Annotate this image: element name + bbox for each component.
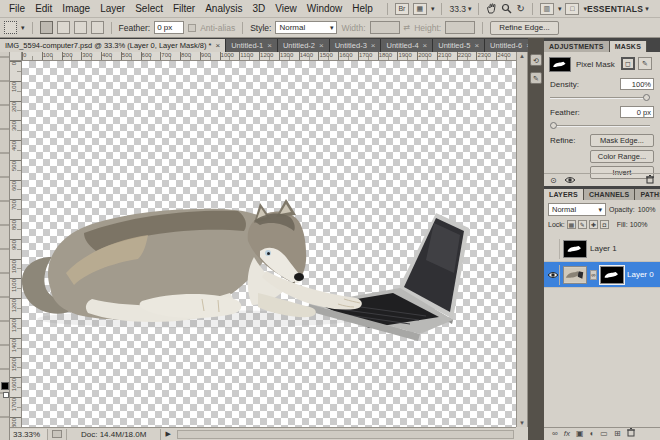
- close-icon[interactable]: ×: [474, 41, 479, 50]
- tools-panel-strip[interactable]: [0, 52, 10, 440]
- close-icon[interactable]: ×: [215, 41, 220, 50]
- feather-slider[interactable]: [550, 122, 650, 130]
- chevron-down-icon[interactable]: ▾: [558, 5, 562, 13]
- tab-adjustments[interactable]: ADJUSTMENTS: [544, 41, 610, 52]
- tab-masks[interactable]: MASKS: [610, 41, 647, 52]
- feather-input[interactable]: 0 px: [154, 21, 184, 34]
- rotate-view-icon[interactable]: ↻: [516, 3, 524, 14]
- layer-style-fx-icon[interactable]: fx: [564, 429, 570, 439]
- adjustment-layer-icon[interactable]: ◐: [590, 429, 595, 439]
- link-layers-icon[interactable]: ∞: [552, 429, 558, 439]
- layer0-mask-thumbnail[interactable]: [600, 266, 624, 284]
- history-panel-icon[interactable]: ⟲: [530, 54, 542, 66]
- vector-mask-button[interactable]: ✎: [638, 57, 652, 70]
- lock-transparency-icon[interactable]: ▦: [567, 220, 576, 229]
- arrange-documents-icon[interactable]: ▦: [413, 3, 427, 15]
- layer-row-layer1[interactable]: Layer 1: [544, 236, 660, 262]
- pixel-mask-button[interactable]: ◻: [621, 57, 635, 70]
- background-color-swatch[interactable]: [3, 392, 9, 398]
- new-selection-button[interactable]: [40, 21, 53, 34]
- foreground-color-swatch[interactable]: [1, 382, 9, 390]
- canvas[interactable]: [22, 61, 516, 427]
- close-icon[interactable]: ×: [267, 41, 272, 50]
- layer1-mask-thumbnail[interactable]: [563, 240, 587, 258]
- tab-channels[interactable]: CHANNELS: [584, 189, 636, 200]
- bridge-icon[interactable]: Br: [395, 3, 409, 15]
- mask-link-icon[interactable]: ∞: [590, 270, 597, 280]
- intersect-selection-button[interactable]: [91, 21, 104, 34]
- brush-panel-icon[interactable]: ✎: [530, 72, 542, 84]
- mask-thumbnail[interactable]: [549, 57, 571, 72]
- delete-mask-icon[interactable]: [646, 175, 654, 186]
- status-menu-arrow-icon[interactable]: ▶: [161, 430, 174, 438]
- document-tab-untitled-1[interactable]: Untitled-1×: [226, 39, 278, 52]
- tab-layers[interactable]: LAYERS: [544, 189, 584, 200]
- menu-view[interactable]: View: [270, 1, 302, 16]
- menu-file[interactable]: File: [4, 1, 30, 16]
- layer-row-layer0[interactable]: ∞ Layer 0: [544, 262, 660, 288]
- style-select[interactable]: Normal▾: [275, 21, 337, 34]
- close-icon[interactable]: ×: [319, 41, 324, 50]
- delete-layer-icon[interactable]: [627, 428, 635, 440]
- chevron-down-icon[interactable]: ▾: [431, 5, 435, 13]
- close-icon[interactable]: ×: [371, 41, 376, 50]
- adjustments-masks-tabrow: ADJUSTMENTS MASKS: [544, 38, 660, 52]
- chevron-down-icon[interactable]: ▾: [21, 24, 25, 32]
- zoom-tool-icon[interactable]: [501, 3, 512, 14]
- scroll-up-icon[interactable]: ▲: [519, 53, 526, 59]
- document-tab-untitled-4[interactable]: Untitled-4×: [381, 39, 433, 52]
- lock-all-icon[interactable]: ◘: [600, 220, 609, 229]
- zoom-level-control[interactable]: 33.3▾: [449, 4, 471, 14]
- fill-value[interactable]: 100%: [630, 221, 648, 228]
- hand-tool-icon[interactable]: [486, 3, 497, 14]
- opacity-value[interactable]: 100%: [638, 206, 656, 213]
- visibility-toggle-empty[interactable]: [547, 239, 560, 259]
- menu-image[interactable]: Image: [57, 1, 95, 16]
- lock-position-icon[interactable]: ✚: [589, 220, 598, 229]
- document-tab-untitled-2[interactable]: Untitled-2×: [278, 39, 330, 52]
- menu-help[interactable]: Help: [347, 1, 378, 16]
- mask-edge-button[interactable]: Mask Edge...: [590, 134, 654, 147]
- new-group-icon[interactable]: ▭: [600, 429, 608, 439]
- status-zoom-field[interactable]: 33.33%: [10, 429, 48, 440]
- vertical-scrollbar[interactable]: ▲ ▼: [516, 52, 528, 427]
- slider-knob[interactable]: [550, 122, 557, 129]
- menu-select[interactable]: Select: [130, 1, 168, 16]
- disable-mask-eye-icon[interactable]: [564, 176, 576, 184]
- menu-window[interactable]: Window: [302, 1, 348, 16]
- visibility-toggle-on[interactable]: [547, 265, 560, 285]
- new-layer-icon[interactable]: ⊞: [614, 429, 621, 439]
- lock-pixels-icon[interactable]: ✎: [578, 220, 587, 229]
- workspace-switcher[interactable]: ESSENTIALS ▾: [587, 4, 649, 14]
- menu-layer[interactable]: Layer: [95, 1, 130, 16]
- horizontal-scrollbar[interactable]: [177, 430, 514, 439]
- menu-analysis[interactable]: Analysis: [200, 1, 247, 16]
- view-extras-icon[interactable]: ▥: [540, 3, 554, 15]
- close-icon[interactable]: ×: [423, 41, 428, 50]
- feather-input[interactable]: 0 px: [620, 106, 654, 118]
- layer-name[interactable]: Layer 1: [590, 244, 617, 253]
- density-slider[interactable]: [550, 94, 650, 102]
- color-range-button[interactable]: Color Range...: [590, 150, 654, 163]
- refine-edge-button[interactable]: Refine Edge...: [490, 21, 559, 35]
- scroll-down-icon[interactable]: ▼: [519, 420, 526, 426]
- add-layer-mask-icon[interactable]: ▣: [576, 429, 584, 439]
- apply-mask-icon[interactable]: ⊙: [550, 176, 557, 185]
- screen-mode-icon[interactable]: □: [565, 3, 579, 15]
- menu-filter[interactable]: Filter: [168, 1, 200, 16]
- tab-paths[interactable]: PATHS: [635, 189, 660, 200]
- document-tab-untitled-5[interactable]: Untitled-5×: [433, 39, 485, 52]
- blend-mode-select[interactable]: Normal▾: [548, 203, 606, 216]
- slider-knob[interactable]: [643, 94, 650, 101]
- add-selection-button[interactable]: [57, 21, 70, 34]
- document-tab-untitled-3[interactable]: Untitled-3×: [330, 39, 382, 52]
- menu-bar: FileEditImageLayerSelectFilterAnalysis3D…: [0, 0, 660, 18]
- density-input[interactable]: 100%: [620, 78, 654, 90]
- subtract-selection-button[interactable]: [74, 21, 87, 34]
- document-tab-active[interactable]: IMG_5594-computer7.psd @ 33.3% (Layer 0,…: [0, 39, 226, 52]
- menu-3d[interactable]: 3D: [247, 1, 270, 16]
- layer0-image-thumbnail[interactable]: [563, 266, 587, 284]
- rectangular-marquee-icon[interactable]: [4, 21, 17, 34]
- layer-name[interactable]: Layer 0: [627, 270, 654, 279]
- menu-edit[interactable]: Edit: [30, 1, 57, 16]
